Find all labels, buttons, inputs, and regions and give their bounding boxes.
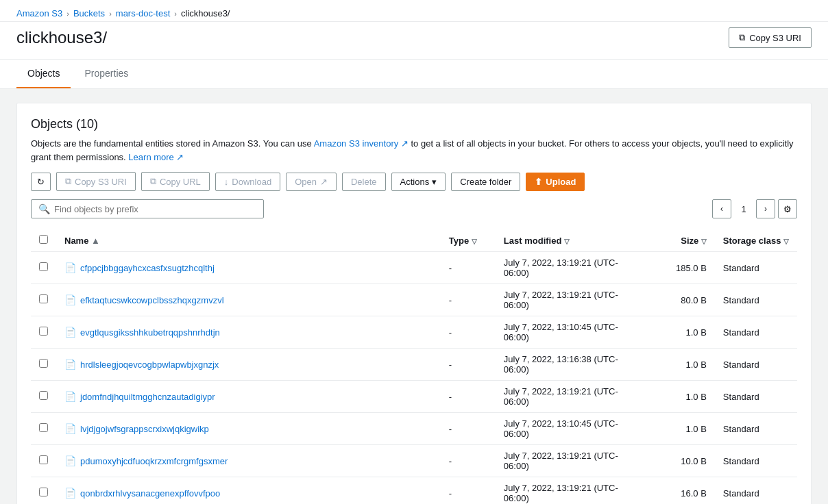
table-row: 📄 lvjdjgojwfsgrappscrxixwjqkigwikp - Jul… xyxy=(31,413,797,445)
file-link-0[interactable]: 📄 cfppcjbbggayhcxcasfxsugtzhcqlthj xyxy=(64,262,433,273)
breadcrumb-sep-2: › xyxy=(109,10,112,18)
storage-cell-5: Standard xyxy=(715,413,797,445)
file-link-2[interactable]: 📄 evgtlqusgiksshhkubetrqqpshnrhdtjn xyxy=(64,327,433,338)
col-type: Type ▽ xyxy=(441,229,496,252)
breadcrumb: Amazon S3 › Buckets › mars-doc-test › cl… xyxy=(0,0,828,22)
size-cell-4: 1.0 B xyxy=(646,381,715,413)
download-button[interactable]: ↓ Download xyxy=(215,173,280,191)
panel-title: Objects (10) xyxy=(31,117,797,131)
actions-button[interactable]: Actions ▾ xyxy=(391,173,446,191)
copy-s3-uri-button-header[interactable]: ⧉ Copy S3 URI xyxy=(729,27,812,48)
objects-panel: Objects (10) Objects are the fundamental… xyxy=(16,103,812,504)
type-cell-5: - xyxy=(441,413,496,445)
copy-s3-uri-button[interactable]: ⧉ Copy S3 URI xyxy=(56,172,136,191)
type-cell-1: - xyxy=(441,284,496,316)
table-row: 📄 qonbrdxrhlvysanacgenexpffovvfpoo - Jul… xyxy=(31,477,797,505)
tab-objects[interactable]: Objects xyxy=(16,60,71,88)
sort-type-icon: ▽ xyxy=(472,238,477,245)
type-cell-3: - xyxy=(441,349,496,381)
copy-url-button[interactable]: ⧉ Copy URL xyxy=(141,172,210,191)
modified-cell-6: July 7, 2022, 13:19:21 (UTC-06:00) xyxy=(496,445,646,477)
select-all-checkbox[interactable] xyxy=(39,235,48,244)
size-cell-1: 80.0 B xyxy=(646,284,715,316)
download-icon: ↓ xyxy=(224,177,229,187)
copy-icon-header: ⧉ xyxy=(739,32,745,43)
prev-page-button[interactable]: ‹ xyxy=(712,199,731,218)
storage-cell-1: Standard xyxy=(715,284,797,316)
modified-cell-3: July 7, 2022, 13:16:38 (UTC-06:00) xyxy=(496,349,646,381)
size-cell-5: 1.0 B xyxy=(646,413,715,445)
file-icon-4: 📄 xyxy=(64,391,76,402)
file-icon-3: 📄 xyxy=(64,359,76,370)
modified-cell-0: July 7, 2022, 13:19:21 (UTC-06:00) xyxy=(496,252,646,284)
type-cell-4: - xyxy=(441,381,496,413)
sort-size-icon: ▽ xyxy=(701,238,707,245)
breadcrumb-sep-3: › xyxy=(174,10,177,18)
upload-button[interactable]: ⬆ Upload xyxy=(526,173,585,191)
file-icon-5: 📄 xyxy=(64,423,76,434)
breadcrumb-amazon-s3[interactable]: Amazon S3 xyxy=(16,8,62,18)
open-icon: ↗ xyxy=(320,177,328,187)
file-icon-1: 📄 xyxy=(64,294,76,305)
storage-cell-2: Standard xyxy=(715,316,797,349)
col-last-modified: Last modified ▽ xyxy=(496,229,646,252)
search-row: 🔍 ‹ 1 › ⚙ xyxy=(31,199,797,218)
row-checkbox-0[interactable] xyxy=(39,262,48,271)
row-checkbox-1[interactable] xyxy=(39,294,48,303)
modified-cell-7: July 7, 2022, 13:19:21 (UTC-06:00) xyxy=(496,477,646,505)
table-row: 📄 jdomfndjhquiltmgghcnzautadigiypr - Jul… xyxy=(31,381,797,413)
file-link-4[interactable]: 📄 jdomfndjhquiltmgghcnzautadigiypr xyxy=(64,391,433,402)
file-link-3[interactable]: 📄 hrdlsleegjoqevcogbpwlapwbjxgnzjx xyxy=(64,359,433,370)
link-icon: ⧉ xyxy=(150,176,156,187)
breadcrumb-sep-1: › xyxy=(66,10,69,18)
search-input[interactable] xyxy=(54,204,256,214)
row-checkbox-4[interactable] xyxy=(39,391,48,400)
row-checkbox-7[interactable] xyxy=(39,488,48,496)
file-link-1[interactable]: 📄 efktaqtucswkcowpclbsszhqxgzmvzvl xyxy=(64,294,433,305)
row-checkbox-2[interactable] xyxy=(39,327,48,336)
page-number: 1 xyxy=(734,199,753,218)
pagination: ‹ 1 › ⚙ xyxy=(712,199,797,218)
size-cell-0: 185.0 B xyxy=(646,252,715,284)
size-cell-7: 16.0 B xyxy=(646,477,715,505)
page-title: clickhouse3/ xyxy=(16,28,107,47)
storage-cell-4: Standard xyxy=(715,381,797,413)
storage-cell-0: Standard xyxy=(715,252,797,284)
file-link-5[interactable]: 📄 lvjdjgojwfsgrappscrxixwjqkigwikp xyxy=(64,423,433,434)
next-page-button[interactable]: › xyxy=(756,199,775,218)
breadcrumb-buckets[interactable]: Buckets xyxy=(73,8,105,18)
storage-cell-6: Standard xyxy=(715,445,797,477)
file-icon-2: 📄 xyxy=(64,327,76,338)
file-link-6[interactable]: 📄 pdumoxyhjcdfuoqkrzxmfcrgmfgsxmer xyxy=(64,455,433,466)
storage-cell-7: Standard xyxy=(715,477,797,505)
objects-table: Name ▲ Type ▽ Last modified ▽ Size ▽ Sto… xyxy=(31,229,797,504)
sort-modified-icon: ▽ xyxy=(564,238,570,245)
tab-properties[interactable]: Properties xyxy=(73,60,139,88)
row-checkbox-6[interactable] xyxy=(39,455,48,464)
breadcrumb-current: clickhouse3/ xyxy=(181,8,230,18)
type-cell-2: - xyxy=(441,316,496,349)
row-checkbox-3[interactable] xyxy=(39,359,48,368)
modified-cell-2: July 7, 2022, 13:10:45 (UTC-06:00) xyxy=(496,316,646,349)
main-content: Objects (10) Objects are the fundamental… xyxy=(0,89,828,504)
file-link-7[interactable]: 📄 qonbrdxrhlvysanacgenexpffovvfpoo xyxy=(64,488,433,499)
size-cell-2: 1.0 B xyxy=(646,316,715,349)
storage-cell-3: Standard xyxy=(715,349,797,381)
breadcrumb-bucket-name[interactable]: mars-doc-test xyxy=(116,8,170,18)
delete-button[interactable]: Delete xyxy=(342,173,386,191)
column-settings-button[interactable]: ⚙ xyxy=(778,199,797,218)
open-button[interactable]: Open ↗ xyxy=(286,173,337,191)
row-checkbox-5[interactable] xyxy=(39,423,48,432)
file-icon-6: 📄 xyxy=(64,455,76,466)
refresh-button[interactable]: ↻ xyxy=(31,173,51,191)
tabs-bar: Objects Properties xyxy=(0,60,828,89)
col-name: Name ▲ xyxy=(56,229,441,252)
toolbar: ↻ ⧉ Copy S3 URI ⧉ Copy URL ↓ Download Op… xyxy=(31,172,797,191)
size-cell-3: 1.0 B xyxy=(646,349,715,381)
create-folder-button[interactable]: Create folder xyxy=(451,173,520,191)
s3-inventory-link[interactable]: Amazon S3 inventory ↗ xyxy=(314,138,409,149)
table-row: 📄 efktaqtucswkcowpclbsszhqxgzmvzvl - Jul… xyxy=(31,284,797,316)
copy-icon: ⧉ xyxy=(65,176,71,187)
learn-more-link[interactable]: Learn more ↗ xyxy=(128,152,184,162)
type-cell-0: - xyxy=(441,252,496,284)
